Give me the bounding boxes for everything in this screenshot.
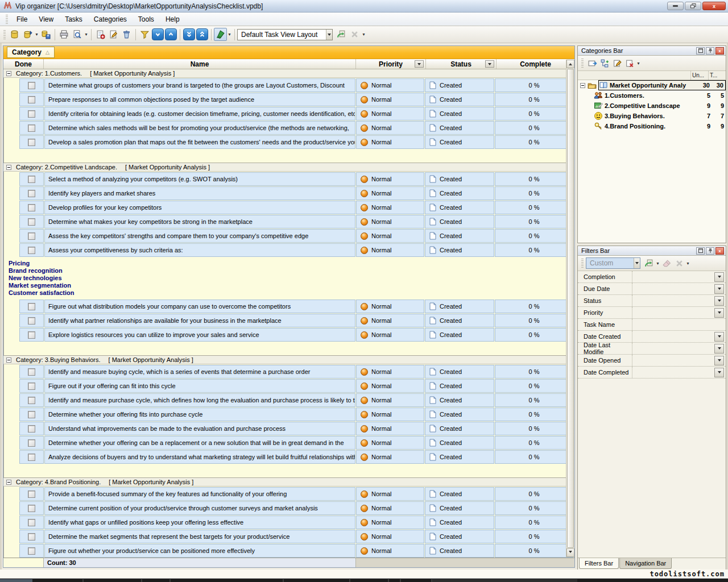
filters-bar-float-button[interactable] [696, 247, 705, 255]
category-group-header[interactable]: Category: 1.Customers.[ Market Opportuni… [3, 69, 574, 78]
minimize-button[interactable] [667, 2, 684, 10]
task-checkbox[interactable] [28, 247, 35, 254]
scroll-up-button[interactable] [566, 60, 574, 68]
task-row[interactable]: Identify and measure buying cycle, which… [4, 364, 574, 379]
task-checkbox[interactable] [28, 218, 35, 226]
clear-filter-button[interactable] [660, 257, 673, 269]
task-checkbox[interactable] [28, 490, 35, 498]
column-header-priority[interactable]: Priority [356, 59, 426, 69]
delete-filter-button[interactable] [673, 257, 685, 269]
apply-filter-dropdown[interactable]: ▾ [655, 257, 660, 269]
menu-tools[interactable]: Tools [133, 14, 159, 25]
menu-file[interactable]: File [11, 14, 32, 25]
task-row[interactable]: Figure out if your offering can fit into… [4, 379, 574, 393]
task-checkbox[interactable] [28, 454, 35, 461]
print-preview-dropdown[interactable]: ▾ [84, 29, 89, 40]
delete-category-button[interactable] [623, 57, 636, 69]
task-row[interactable]: Determine current position of your produ… [4, 501, 574, 515]
task-checkbox[interactable] [28, 317, 35, 325]
task-row[interactable]: Determine whether your offering can be a… [4, 435, 574, 450]
column-header-done[interactable]: Done [3, 59, 44, 69]
filter-dropdown-button[interactable] [714, 272, 724, 282]
priority-filter-button[interactable] [415, 60, 424, 68]
task-checkbox[interactable] [28, 547, 35, 555]
print-preview-button[interactable] [71, 28, 84, 41]
vertical-scrollbar[interactable] [566, 60, 574, 557]
notifications-button[interactable] [214, 28, 227, 41]
filter-value-field[interactable] [632, 343, 714, 354]
category-group-header[interactable]: Category: 3.Buying Behaviors.[ Market Op… [3, 356, 574, 364]
collapse-icon[interactable] [6, 357, 11, 363]
task-row[interactable]: Identify what partner relationships are … [4, 313, 574, 327]
filter-preset-combo-arrow[interactable] [634, 258, 640, 268]
filter-value-field[interactable] [632, 355, 714, 366]
task-row[interactable]: Identify criteria for obtaining leads (e… [4, 106, 574, 120]
category-tree-item[interactable]: Market Opportunity Analy3030 [578, 80, 726, 90]
layout-combo[interactable]: Default Task View Layout [237, 29, 333, 40]
notifications-dropdown[interactable]: ▾ [227, 29, 232, 40]
category-tree-item[interactable]: 1.Customers.55 [578, 90, 726, 101]
filter-value-field[interactable] [632, 307, 714, 318]
move-to-bottom-button[interactable] [183, 28, 195, 40]
task-checkbox[interactable] [28, 519, 35, 526]
scroll-thumb[interactable] [567, 69, 574, 548]
column-header-name[interactable]: Name [44, 59, 356, 69]
status-filter-button[interactable] [485, 60, 494, 68]
task-checkbox[interactable] [28, 368, 35, 376]
collapse-icon[interactable] [580, 83, 585, 88]
task-checkbox[interactable] [28, 425, 35, 433]
task-row[interactable]: Develop a sales promotion plan that maps… [4, 135, 574, 149]
restore-button[interactable] [685, 2, 701, 10]
column-header-complete[interactable]: Complete [497, 59, 574, 69]
edit-task-button[interactable] [107, 28, 120, 41]
task-row[interactable]: Figure out whether your product/service … [4, 543, 574, 558]
filters-bar-pin-button[interactable] [706, 247, 714, 255]
task-row[interactable]: Determine which sales methods will be be… [4, 120, 574, 135]
collapse-icon[interactable] [6, 480, 11, 485]
menu-view[interactable]: View [34, 14, 59, 25]
category-tree-item[interactable]: 3.Buying Behaviors.77 [578, 111, 726, 121]
open-database-dropdown[interactable]: ▾ [34, 29, 39, 40]
filter-value-field[interactable] [632, 295, 714, 306]
column-header-status[interactable]: Status [426, 59, 497, 69]
task-row[interactable]: Assess your competitiveness by such crit… [4, 243, 574, 257]
filter-value-field[interactable] [632, 367, 714, 378]
open-database-button[interactable] [21, 28, 34, 41]
move-up-button[interactable] [165, 28, 177, 40]
filter-value-field[interactable] [632, 331, 714, 342]
task-checkbox[interactable] [28, 204, 35, 211]
delete-task-button[interactable] [120, 28, 133, 41]
menu-tasks[interactable]: Tasks [60, 14, 88, 25]
close-button[interactable]: x [702, 2, 726, 10]
task-checkbox[interactable] [28, 383, 35, 390]
apply-layout-button[interactable] [335, 28, 348, 41]
delete-layout-button[interactable] [348, 28, 361, 41]
categories-bar-float-button[interactable] [696, 47, 705, 55]
task-row[interactable]: Identify and measure purchase cycle, whi… [4, 393, 574, 407]
task-row[interactable]: Assess the key competitors' strengths an… [4, 228, 574, 243]
filter-value-field[interactable] [632, 283, 714, 294]
task-checkbox[interactable] [28, 139, 35, 146]
task-row[interactable]: Determine the market segments that repre… [4, 529, 574, 543]
new-task-button[interactable] [94, 28, 107, 41]
task-checkbox[interactable] [28, 505, 35, 512]
menu-help[interactable]: Help [160, 14, 185, 25]
task-checkbox[interactable] [28, 176, 35, 183]
new-database-button[interactable] [8, 28, 21, 41]
task-row[interactable]: Explore logistics resources you can util… [4, 327, 574, 342]
task-checkbox[interactable] [28, 331, 35, 339]
filters-bar-close-button[interactable]: x [715, 247, 724, 255]
tab-navigation-bar[interactable]: Navigation Bar [619, 558, 672, 569]
task-row[interactable]: Determine whether your offering fits int… [4, 407, 574, 421]
category-group-header[interactable]: Category: 4.Brand Positioning.[ Market O… [3, 478, 574, 487]
tab-filters-bar[interactable]: Filters Bar [579, 558, 619, 569]
filter-dropdown-button[interactable] [714, 368, 724, 377]
group-by-category-button[interactable]: Category △ [7, 47, 55, 58]
filter-preset-combo[interactable]: Custom [586, 257, 640, 269]
new-category-button[interactable] [586, 57, 598, 69]
task-row[interactable]: Determine what groups of customers your … [4, 78, 574, 92]
filter-dropdown-button[interactable] [714, 344, 724, 354]
print-button[interactable] [57, 28, 71, 41]
filter-dropdown-button[interactable] [714, 332, 724, 342]
task-checkbox[interactable] [28, 124, 35, 132]
